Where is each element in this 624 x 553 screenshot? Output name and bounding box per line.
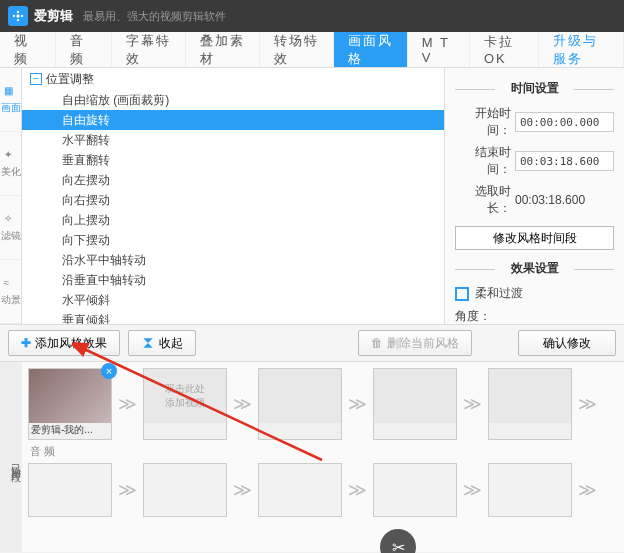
app-name: 爱剪辑	[34, 7, 73, 25]
clip-placeholder[interactable]: 双击此处添加视频	[143, 368, 227, 440]
effect-tree: − 位置调整 自由缩放 (画面裁剪) 自由旋转 水平翻转 垂直翻转 向左摆动 向…	[22, 68, 444, 324]
main-tabs: 视 频 音 频 字幕特效 叠加素材 转场特效 画面风格 M T V 卡拉OK 升…	[0, 32, 624, 68]
trash-icon: 🗑	[371, 336, 383, 350]
tree-item[interactable]: 向上摆动	[22, 210, 444, 230]
tree-item[interactable]: 水平倾斜	[22, 290, 444, 310]
clip-caption: 爱剪辑-我的...	[29, 423, 111, 439]
app-tagline: 最易用、强大的视频剪辑软件	[83, 9, 226, 24]
collapse-button[interactable]: 收起	[128, 330, 196, 356]
audio-clip-placeholder[interactable]	[143, 463, 227, 517]
tree-item[interactable]: 向右摆动	[22, 190, 444, 210]
tree-item[interactable]: 自由旋转	[22, 110, 444, 130]
action-bar: ✚ 添加风格效果 收起 🗑 删除当前风格 确认修改	[0, 324, 624, 362]
wave-icon: ≈	[4, 277, 18, 291]
tree-item[interactable]: 水平翻转	[22, 130, 444, 150]
arrow-icon: ≫	[348, 393, 367, 415]
arrow-icon: ≫	[463, 479, 482, 501]
tree-item[interactable]: 垂直倾斜	[22, 310, 444, 324]
timeline-body: × 爱剪辑-我的... ≫ 双击此处添加视频 ≫ ≫ ≫ ≫ 音 频 ≫ ≫ ≫	[22, 362, 624, 552]
clip-placeholder[interactable]	[373, 368, 457, 440]
audio-clip-placeholder[interactable]	[258, 463, 342, 517]
tab-style[interactable]: 画面风格	[334, 32, 408, 67]
tab-upgrade[interactable]: 升级与服务	[539, 32, 624, 67]
add-style-button[interactable]: ✚ 添加风格效果	[8, 330, 120, 356]
arrow-icon: ≫	[463, 393, 482, 415]
tree-item[interactable]: 自由缩放 (画面裁剪)	[22, 90, 444, 110]
arrow-icon: ≫	[233, 479, 252, 501]
picture-icon: ▦	[4, 85, 18, 99]
leftbar-filter[interactable]: ✧滤镜	[0, 196, 21, 260]
soft-transition-checkbox[interactable]	[455, 287, 469, 301]
tree-item[interactable]: 垂直翻转	[22, 150, 444, 170]
arrow-icon: ≫	[118, 479, 137, 501]
end-time-label: 结束时间：	[455, 144, 511, 178]
tab-audio[interactable]: 音 频	[56, 32, 112, 67]
audio-clip-placeholder[interactable]	[488, 463, 572, 517]
tree-item[interactable]: 向左摆动	[22, 170, 444, 190]
tab-mtv[interactable]: M T V	[408, 32, 470, 67]
timeline-side-label: 已添加片段	[0, 362, 22, 552]
start-time-label: 开始时间：	[455, 105, 511, 139]
duration-value: 00:03:18.600	[515, 193, 585, 207]
leftbar-picture[interactable]: ▦画面	[0, 68, 21, 132]
tab-overlay[interactable]: 叠加素材	[186, 32, 260, 67]
arrow-icon: ≫	[578, 393, 597, 415]
tree-group-header[interactable]: − 位置调整	[22, 68, 444, 90]
wand-icon: ✧	[4, 213, 18, 227]
svg-point-3	[17, 11, 19, 13]
arrow-icon: ≫	[233, 393, 252, 415]
audio-track-label: 音 频	[30, 444, 618, 459]
svg-point-1	[13, 15, 15, 17]
tab-karaoke[interactable]: 卡拉OK	[470, 32, 539, 67]
tree-item[interactable]: 沿水平中轴转动	[22, 250, 444, 270]
start-time-input[interactable]: 00:00:00.000	[515, 112, 614, 132]
soft-transition-label: 柔和过渡	[475, 285, 523, 302]
clip-close-button[interactable]: ×	[101, 363, 117, 379]
app-logo	[8, 6, 28, 26]
clip-placeholder[interactable]	[488, 368, 572, 440]
duration-label: 选取时长：	[455, 183, 511, 217]
end-time-input[interactable]: 00:03:18.600	[515, 151, 614, 171]
scissors-icon: ✂	[392, 538, 405, 554]
tree-item[interactable]: 向下摆动	[22, 230, 444, 250]
sparkle-icon: ✦	[4, 149, 18, 163]
tab-video[interactable]: 视 频	[0, 32, 56, 67]
svg-point-0	[16, 14, 20, 18]
clip-placeholder[interactable]	[258, 368, 342, 440]
tab-subtitle[interactable]: 字幕特效	[112, 32, 186, 67]
effect-panel-title: 效果设置	[455, 260, 614, 277]
svg-point-2	[21, 15, 23, 17]
delete-style-button[interactable]: 🗑 删除当前风格	[358, 330, 472, 356]
tree-group-label: 位置调整	[46, 71, 94, 88]
left-sidebar: ▦画面 ✦美化 ✧滤镜 ≈动景	[0, 68, 22, 324]
angle-label: 角度：	[455, 308, 491, 324]
confirm-button[interactable]: 确认修改	[518, 330, 616, 356]
right-panel: 时间设置 开始时间：00:00:00.000 结束时间：00:03:18.600…	[444, 68, 624, 324]
arrow-icon: ≫	[348, 479, 367, 501]
plus-icon: ✚	[21, 336, 31, 350]
collapse-icon: −	[30, 73, 42, 85]
audio-clip-placeholder[interactable]	[28, 463, 112, 517]
tree-item[interactable]: 沿垂直中轴转动	[22, 270, 444, 290]
modify-time-button[interactable]: 修改风格时间段	[455, 226, 614, 250]
clip-thumbnail: ×	[29, 369, 111, 423]
titlebar: 爱剪辑 最易用、强大的视频剪辑软件	[0, 0, 624, 32]
leftbar-scene[interactable]: ≈动景	[0, 260, 21, 324]
hourglass-icon	[141, 336, 155, 350]
audio-clip-placeholder[interactable]	[373, 463, 457, 517]
time-panel-title: 时间设置	[455, 80, 614, 97]
leftbar-beautify[interactable]: ✦美化	[0, 132, 21, 196]
svg-point-4	[17, 19, 19, 21]
clip-item[interactable]: × 爱剪辑-我的...	[28, 368, 112, 440]
arrow-icon: ≫	[118, 393, 137, 415]
tab-transition[interactable]: 转场特效	[260, 32, 334, 67]
arrow-icon: ≫	[578, 479, 597, 501]
